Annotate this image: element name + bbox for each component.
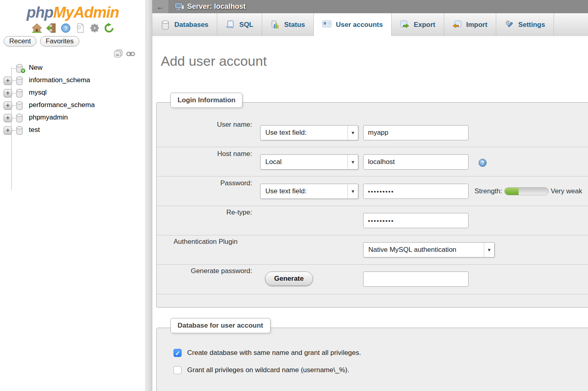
grant-wildcard-checkbox[interactable]	[174, 366, 182, 374]
hostname-label: Host name:	[157, 150, 252, 158]
phpmyadmin-logo[interactable]: phpMyAdmin	[0, 4, 145, 21]
tree-item-new[interactable]: + New	[0, 62, 145, 75]
settings-icon[interactable]	[89, 23, 100, 33]
generate-password-label: Generate password:	[157, 267, 252, 275]
home-icon[interactable]	[32, 23, 42, 33]
back-button[interactable]: ←	[152, 0, 168, 13]
password-label: Password:	[157, 179, 252, 187]
generate-button[interactable]: Generate	[265, 271, 313, 286]
row-divider	[157, 294, 588, 294]
expand-icon[interactable]: +	[4, 126, 12, 135]
logo-php: php	[26, 4, 53, 21]
select-value: Use text field:	[261, 187, 348, 195]
select-value: Native MySQL authentication	[364, 246, 484, 254]
password-strength: Strength: Very weak	[475, 187, 582, 195]
user-accounts-icon	[322, 20, 331, 29]
tab-label: Databases	[174, 21, 208, 29]
expand-icon[interactable]: +	[4, 77, 12, 85]
tree-label[interactable]: information_schema	[29, 76, 90, 84]
sidebar-resize-divider[interactable]	[145, 0, 152, 391]
tab-export[interactable]: Export	[392, 13, 444, 36]
password-type-select[interactable]: Use text field: ▼	[260, 184, 358, 199]
generated-password-input[interactable]	[363, 271, 469, 287]
expand-icon[interactable]: +	[4, 89, 12, 97]
tab-sql[interactable]: SQL	[217, 13, 262, 36]
tab-label: Import	[466, 21, 487, 29]
sql-icon	[226, 20, 235, 29]
chevron-down-icon: ▼	[348, 126, 358, 140]
checkbox-label[interactable]: Grant all privileges on wildcard name (u…	[187, 366, 349, 374]
auth-plugin-label: Authentication Plugin	[174, 238, 334, 246]
tree-label[interactable]: phpmyadmin	[29, 113, 68, 122]
tree-item-database[interactable]: + phpmyadmin	[0, 112, 145, 124]
import-icon	[453, 20, 462, 29]
login-information-fieldset: Login Information User name: Use text fi…	[156, 102, 588, 308]
tab-bar: Databases SQL Status User accounts Expor…	[152, 13, 588, 36]
tab-label: SQL	[239, 21, 253, 29]
collapse-all-icon[interactable]	[113, 49, 123, 59]
database-icon	[15, 76, 24, 85]
select-value: Use text field:	[261, 129, 348, 137]
tab-user-accounts[interactable]: User accounts	[314, 13, 392, 36]
checkbox-label[interactable]: Create database with same name and grant…	[187, 349, 361, 357]
tree-label[interactable]: test	[29, 126, 40, 134]
hostname-type-select[interactable]: Local ▼	[260, 154, 358, 170]
tree-item-database[interactable]: + test	[0, 124, 145, 137]
retype-label: Re-type:	[157, 209, 252, 217]
tree-label[interactable]: mysql	[29, 89, 46, 97]
tab-import[interactable]: Import	[444, 13, 496, 36]
status-icon	[271, 20, 280, 29]
expand-icon[interactable]: +	[4, 114, 12, 122]
server-icon	[175, 3, 184, 11]
tree-item-database[interactable]: + mysql	[0, 87, 145, 99]
username-input[interactable]	[363, 125, 469, 140]
tree-item-database[interactable]: + performance_schema	[0, 99, 145, 112]
tab-label: Status	[284, 21, 305, 29]
tree-label[interactable]: performance_schema	[29, 101, 95, 109]
retype-password-input[interactable]	[363, 213, 469, 228]
logout-icon[interactable]	[46, 23, 57, 33]
login-information-legend: Login Information	[170, 93, 242, 108]
recent-button[interactable]: Recent	[4, 36, 36, 47]
create-database-checkbox[interactable]: ✓	[174, 349, 182, 357]
auth-plugin-select[interactable]: Native MySQL authentication ▼	[363, 242, 495, 257]
tab-label: User accounts	[336, 21, 383, 29]
password-input[interactable]	[363, 184, 469, 199]
strength-meter-fill	[505, 188, 519, 195]
tree-item-database[interactable]: + information_schema	[0, 75, 145, 87]
strength-text: Very weak	[551, 187, 582, 195]
strength-meter	[504, 187, 549, 195]
strength-label: Strength:	[475, 187, 502, 195]
main-panel: ← Server: localhost Databases SQL Status…	[152, 0, 588, 391]
page-title: Add user account	[161, 53, 267, 69]
server-title-text: Server: localhost	[187, 2, 246, 11]
row-divider	[157, 235, 588, 235]
chevron-down-icon: ▼	[348, 155, 358, 169]
tab-status[interactable]: Status	[262, 13, 314, 36]
tree-label-new[interactable]: New	[29, 64, 42, 72]
database-tree: + New + information_schema + mysql + per…	[0, 61, 145, 141]
hostname-input[interactable]	[363, 154, 469, 170]
chevron-down-icon: ▼	[348, 184, 358, 199]
tab-label: Export	[414, 21, 435, 29]
database-icon	[15, 101, 24, 110]
sidebar-toolbar: ?	[0, 23, 145, 33]
row-divider	[157, 147, 588, 147]
favorites-button[interactable]: Favorites	[40, 36, 79, 47]
docs-icon[interactable]	[75, 23, 85, 33]
username-type-select[interactable]: Use text field: ▼	[260, 125, 358, 140]
server-breadcrumb-bar: ← Server: localhost	[152, 0, 588, 13]
link-icon[interactable]	[126, 51, 135, 57]
help-icon[interactable]: ?	[479, 159, 487, 167]
tab-settings[interactable]: Settings	[496, 13, 554, 36]
row-divider	[157, 176, 588, 176]
plus-badge-icon: +	[21, 69, 25, 73]
svg-text:?: ?	[64, 25, 67, 31]
chevron-down-icon: ▼	[484, 243, 494, 257]
refresh-icon[interactable]	[104, 23, 114, 33]
tab-label: Settings	[518, 21, 545, 29]
page-content: Add user account Login Information User …	[152, 36, 588, 391]
tab-databases[interactable]: Databases	[152, 13, 217, 36]
help-icon[interactable]: ?	[61, 23, 71, 33]
expand-icon[interactable]: +	[4, 101, 12, 110]
